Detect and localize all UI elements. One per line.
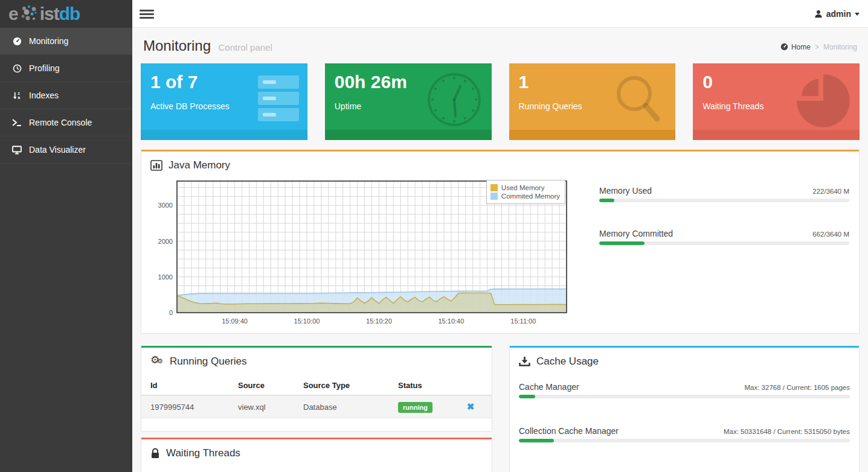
breadcrumb-home-link[interactable]: Home	[780, 43, 811, 51]
card-footer	[509, 130, 676, 140]
cache-gauges: Cache Manager Max: 32768 / Current: 1605…	[510, 374, 859, 442]
logo-text-db: db	[59, 4, 80, 24]
java-memory-header: Java Memory	[141, 151, 859, 177]
content-header: Monitoring Control panel Home > Monitori…	[141, 28, 860, 63]
sidebar-item-profiling[interactable]: Profiling	[0, 55, 132, 82]
svg-text:2000: 2000	[158, 238, 173, 245]
gauge-value: Max: 50331648 / Current: 5315050 bytes	[724, 428, 850, 435]
progress-track	[519, 395, 850, 398]
memory-used-gauge: Memory Used 222/3640 M	[599, 186, 849, 202]
breadcrumb-separator: >	[815, 43, 819, 51]
java-memory-panel: Java Memory 010002000300015:09:4015:10:0…	[141, 150, 860, 334]
progress-track	[599, 199, 849, 202]
progress-fill	[599, 241, 645, 245]
svg-text:15:09:40: 15:09:40	[222, 317, 248, 325]
sidebar-item-indexes[interactable]: za Indexes	[0, 82, 132, 109]
progress-track	[519, 439, 850, 442]
query-source: view.xql	[229, 395, 294, 418]
legend-label: Commited Memory	[501, 193, 560, 200]
gauge-label: Memory Committed	[599, 229, 673, 238]
sidebar-nav: Monitoring Profiling za Indexes Remote C…	[0, 28, 132, 164]
column-header-source: Source	[229, 376, 294, 395]
gauge-value: 662/3640 M	[812, 231, 849, 238]
running-queries-header: ⚙⚙ Running Queries	[141, 348, 492, 374]
page-subtitle: Control panel	[219, 42, 272, 53]
query-source-type: Database	[294, 395, 389, 418]
column-header-status: Status	[389, 376, 449, 395]
existdb-logo[interactable]: e istdb	[0, 0, 132, 28]
gauge-label: Cache Manager	[519, 382, 579, 392]
column-header-id: Id	[141, 376, 229, 395]
chart-legend: Used MemoryCommited Memory	[486, 180, 565, 204]
clock-icon	[425, 71, 483, 131]
legend-label: Used Memory	[501, 184, 545, 191]
legend-swatch	[490, 184, 498, 191]
legend-swatch	[490, 193, 498, 200]
panel-title: Running Queries	[170, 356, 247, 368]
topbar: admin	[132, 0, 868, 28]
cache-usage-header: Cache Usage	[510, 348, 859, 374]
sidebar-item-label: Profiling	[29, 63, 60, 73]
query-row: 1979995744 view.xql Database running ✖	[141, 395, 492, 418]
lock-icon	[150, 448, 160, 459]
logo-text-ist: ist	[40, 4, 59, 24]
kill-query-button[interactable]: ✖	[467, 401, 475, 412]
column-header-source-type: Source Type	[294, 376, 389, 395]
card-footer	[693, 130, 860, 140]
search-icon	[609, 71, 667, 131]
sidebar-item-monitoring[interactable]: Monitoring	[0, 28, 132, 55]
svg-text:15:10:20: 15:10:20	[366, 317, 392, 325]
svg-text:3000: 3000	[158, 202, 173, 209]
desktop-icon	[10, 145, 24, 155]
progress-fill	[519, 395, 535, 398]
svg-text:15:10:00: 15:10:00	[294, 317, 320, 325]
pie-chart-icon	[793, 71, 851, 131]
panel-title: Java Memory	[169, 159, 230, 171]
query-id: 1979995744	[141, 395, 229, 418]
legend-entry: Used Memory	[490, 184, 560, 191]
svg-text:0: 0	[169, 309, 173, 316]
sidebar-item-data-visualizer[interactable]: Data Visualizer	[0, 136, 132, 164]
status-badge: running	[398, 402, 432, 413]
logo-dots-icon	[19, 4, 39, 24]
sidebar-item-remote-console[interactable]: Remote Console	[0, 109, 132, 136]
chevron-down-icon	[855, 13, 860, 16]
svg-text:1000: 1000	[158, 273, 173, 281]
card-running-queries: 1 Running Queries	[509, 63, 676, 140]
memory-committed-gauge: Memory Committed 662/3640 M	[599, 229, 849, 245]
sidebar-item-label: Remote Console	[29, 118, 92, 127]
running-queries-panel: ⚙⚙ Running Queries Id Source Source Type…	[141, 346, 492, 432]
svg-text:15:11:00: 15:11:00	[510, 317, 536, 325]
stat-cards-row: 1 of 7 Active DB Processes 00h 26m Uptim…	[141, 63, 860, 140]
panel-title: Cache Usage	[536, 356, 599, 368]
download-icon	[519, 356, 530, 367]
cache-usage-panel: Cache Usage Cache Manager Max: 32768 / C…	[509, 346, 860, 472]
legend-entry: Commited Memory	[490, 193, 560, 200]
sidebar: e istdb Monitoring Profiling za In	[0, 0, 132, 472]
terminal-icon	[10, 118, 24, 127]
breadcrumb: Home > Monitoring	[780, 43, 857, 51]
server-icon	[253, 71, 299, 129]
waiting-threads-panel: Waiting Threads	[141, 438, 492, 472]
gauge-icon	[10, 37, 24, 46]
bar-chart-icon	[150, 160, 162, 171]
card-waiting-threads: 0 Waiting Threads	[693, 63, 860, 140]
main-content: Monitoring Control panel Home > Monitori…	[132, 28, 868, 472]
sidebar-item-label: Data Visualizer	[29, 145, 86, 155]
gears-icon: ⚙⚙	[150, 356, 164, 368]
breadcrumb-home-label: Home	[791, 43, 811, 51]
sidebar-toggle-button[interactable]	[140, 8, 154, 20]
waiting-threads-header: Waiting Threads	[141, 439, 492, 465]
progress-fill	[599, 199, 614, 202]
user-name: admin	[826, 9, 851, 19]
user-menu[interactable]: admin	[814, 0, 860, 28]
card-footer	[325, 130, 492, 140]
progress-fill	[519, 439, 554, 442]
breadcrumb-current: Monitoring	[823, 43, 857, 51]
cache-manager-gauge: Cache Manager Max: 32768 / Current: 1605…	[519, 382, 850, 398]
gauge-icon	[780, 43, 788, 51]
svg-text:z: z	[18, 91, 20, 95]
java-memory-chart: 010002000300015:09:4015:10:0015:10:2015:…	[150, 179, 573, 328]
collection-cache-manager-gauge: Collection Cache Manager Max: 50331648 /…	[519, 426, 850, 442]
sidebar-item-label: Monitoring	[29, 36, 68, 46]
